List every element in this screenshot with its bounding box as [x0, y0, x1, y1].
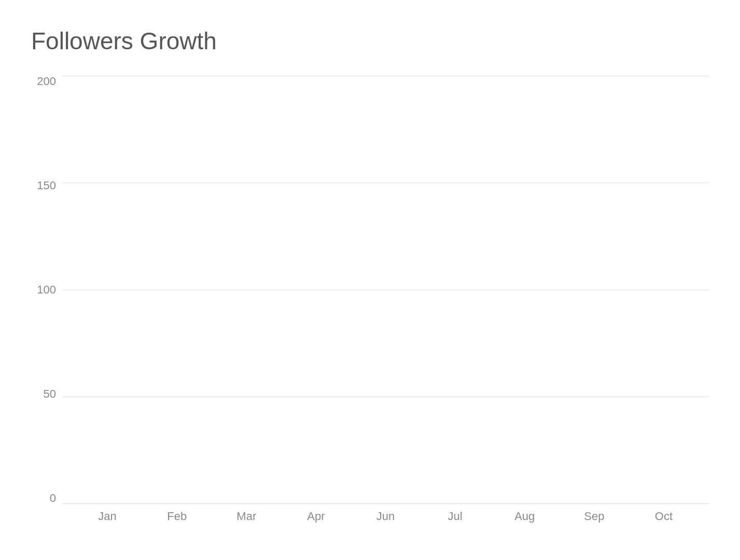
- x-axis-label: Apr: [281, 510, 351, 523]
- x-axis-label: Mar: [212, 510, 281, 523]
- x-axis-label: Feb: [142, 510, 212, 523]
- x-labels: JanFebMarAprJunJulAugSepOct: [62, 504, 709, 529]
- x-axis-label: Jan: [73, 510, 142, 523]
- y-axis-label: 150: [37, 180, 56, 191]
- bars-row: [62, 76, 709, 504]
- y-axis-label: 100: [37, 284, 56, 296]
- x-axis-label: Jul: [421, 510, 490, 523]
- x-axis-label: Jun: [351, 510, 420, 523]
- grid-and-bars: [62, 76, 709, 504]
- chart-title: Followers Growth: [31, 27, 709, 55]
- y-axis-label: 200: [37, 76, 56, 87]
- chart-area: 200150100500 JanFebMarAprJunJulAugSepOct: [31, 76, 709, 529]
- y-axis: 200150100500: [31, 76, 62, 529]
- chart-container: Followers Growth 200150100500 JanFebMarA…: [0, 0, 740, 560]
- x-axis-label: Sep: [560, 510, 629, 523]
- chart-inner: JanFebMarAprJunJulAugSepOct: [62, 76, 709, 529]
- x-axis-label: Oct: [629, 510, 699, 523]
- x-axis-label: Aug: [490, 510, 560, 523]
- y-axis-label: 50: [44, 388, 56, 400]
- y-axis-label: 0: [50, 493, 56, 504]
